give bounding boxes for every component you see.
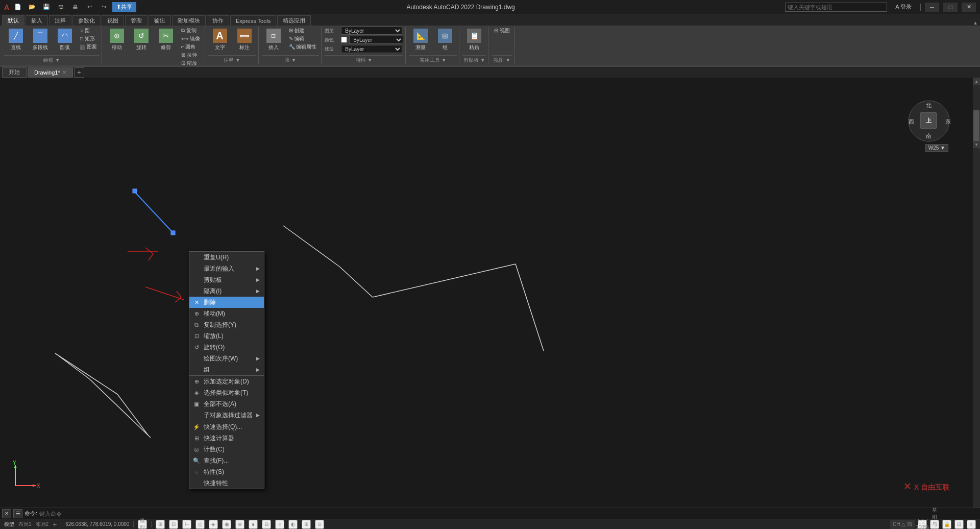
drawing-area[interactable]: 重复U(R) 最近的输入 ▶ 剪贴板 ▶ 隔离(I) ▶ ✕ 删除 ⊕ 移动(M… <box>0 78 980 508</box>
dimension-btn[interactable]: ⟺ 标注 <box>233 27 256 53</box>
new-btn[interactable]: 📄 <box>12 2 23 12</box>
fullscreen-btn[interactable]: ⊡ <box>954 520 964 529</box>
ctx-isolate[interactable]: 隔离(I) ▶ <box>189 285 264 297</box>
zoom-badge[interactable]: W25 ▼ <box>925 144 948 152</box>
scale-btn[interactable]: ⊡ 缩放 <box>179 59 203 65</box>
ctx-select-similar[interactable]: ◈ 选择类似对象(T) <box>189 387 264 398</box>
tab-collaborate[interactable]: 协作 <box>207 15 229 26</box>
lock-btn[interactable]: 🔒 <box>942 520 951 529</box>
saveas-btn[interactable]: 🖫 <box>55 2 66 12</box>
ctx-redo[interactable]: 重复U(R) <box>189 252 264 263</box>
ctx-quickcalc[interactable]: ⊞ 快速计算器 <box>189 432 264 444</box>
tab-featured[interactable]: 精选应用 <box>277 15 311 26</box>
layout2-tab[interactable]: 布局2 <box>36 521 49 528</box>
text-btn[interactable]: A 文字 <box>208 27 232 53</box>
ctx-clipboard[interactable]: 剪贴板 ▶ <box>189 274 264 285</box>
tab-express[interactable]: Express Tools <box>230 15 276 26</box>
maximize-btn[interactable]: □ <box>943 3 958 12</box>
ctx-rotate[interactable]: ↺ 旋转(O) <box>189 342 264 353</box>
selcycle-toggle[interactable]: ⊙ <box>315 520 324 529</box>
ctx-find[interactable]: 🔍 查找(F)... <box>189 455 264 466</box>
tab-view[interactable]: 视图 <box>102 15 124 26</box>
ctx-add-selected[interactable]: ⊕ 添加选定对象(D) <box>189 376 264 387</box>
edit-block-btn[interactable]: ✎ 编辑 <box>286 35 320 43</box>
ctx-draworder[interactable]: 绘图次序(W) ▶ <box>189 353 264 364</box>
measure-btn[interactable]: 📐 测量 <box>409 27 432 53</box>
lweight-toggle[interactable]: ≡ <box>275 520 284 529</box>
tab-default[interactable]: 默认 <box>2 15 24 26</box>
tab-close-icon[interactable]: ✕ <box>62 69 66 75</box>
print-btn[interactable]: 🖶 <box>69 2 81 12</box>
rotate-btn[interactable]: ↺ 旋转 <box>130 27 153 53</box>
mirror-btn[interactable]: ⟺ 镜像 <box>179 35 203 43</box>
hatch-btn[interactable]: ▦ 图案 <box>78 43 100 51</box>
osnap-toggle[interactable]: ◈ <box>209 520 218 529</box>
customize-btn[interactable]: ≡ <box>967 520 976 529</box>
blockeditor-btn[interactable]: 🔧 编辑属性 <box>286 43 320 51</box>
tab-drawing1[interactable]: Drawing1* ✕ <box>28 67 73 78</box>
ctx-scale[interactable]: ⊡ 缩放(L) <box>189 330 264 342</box>
tab-output[interactable]: 输出 <box>149 15 171 26</box>
scroll-down-btn[interactable]: ▼ <box>973 141 980 148</box>
ctx-quick-props[interactable]: 快捷特性 <box>189 477 264 489</box>
add-layout-btn[interactable]: + <box>53 520 57 528</box>
arc-btn[interactable]: ◠ 圆弧 <box>53 27 77 53</box>
ctx-count[interactable]: ◎ 计数(C) <box>189 444 264 455</box>
redo-btn[interactable]: ↪ <box>98 2 109 12</box>
command-input[interactable] <box>39 509 978 518</box>
quickprop-toggle[interactable]: ⊞ <box>302 520 311 529</box>
dynin-toggle[interactable]: ⊟ <box>262 520 271 529</box>
model-tab[interactable]: 模型 <box>4 521 14 528</box>
polyline-btn[interactable]: ⌒ 多段线 <box>29 27 52 53</box>
minimize-btn[interactable]: ─ <box>925 3 939 12</box>
save-btn[interactable]: 💾 <box>41 2 52 12</box>
tab-insert[interactable]: 插入 <box>26 15 48 26</box>
fillet-btn[interactable]: ⌐ 圆角 <box>179 43 203 51</box>
ribbon-collapse-btn[interactable]: ▲ <box>973 20 978 26</box>
share-btn[interactable]: ⬆ 共享 <box>112 2 136 12</box>
paste-btn[interactable]: 📋 粘贴 <box>462 27 486 53</box>
layer-select[interactable]: ByLayer <box>341 27 402 35</box>
view-panels-btn[interactable]: ⊟ 视图 <box>492 27 512 35</box>
linetype-select[interactable]: ByLayer <box>341 45 402 53</box>
annotation-scale-btn[interactable]: 1:1 / 100% <box>918 520 927 529</box>
ctx-move[interactable]: ⊕ 移动(M) <box>189 308 264 319</box>
ctx-properties[interactable]: ≡ 特性(S) <box>189 466 264 477</box>
close-btn[interactable]: ✕ <box>962 3 976 12</box>
tab-add-btn[interactable]: + <box>74 67 84 78</box>
tab-annotate[interactable]: 注释 <box>49 15 71 26</box>
model-btn[interactable]: 模型 <box>138 520 147 529</box>
3dosnap-toggle[interactable]: ◉ <box>222 520 231 529</box>
tab-manage[interactable]: 管理 <box>125 15 148 26</box>
ctx-recent-input[interactable]: 最近的输入 ▶ <box>189 263 264 274</box>
rect-btn[interactable]: □ 矩形 <box>78 35 100 43</box>
copy-btn[interactable]: ⧉ 复制 <box>179 27 203 35</box>
tab-addons[interactable]: 附加模块 <box>172 15 206 26</box>
snap-toggle[interactable]: ⊡ <box>169 520 178 529</box>
workspace-btn[interactable]: 草图与注释 <box>930 520 939 529</box>
ctx-delete[interactable]: ✕ 删除 <box>189 297 264 308</box>
layout1-tab[interactable]: 布局1 <box>18 521 32 528</box>
cmd-settings-btn[interactable]: ☰ <box>13 509 22 518</box>
undo-btn[interactable]: ↩ <box>84 2 95 12</box>
color-select[interactable]: ByLayer <box>349 36 403 44</box>
user-btn[interactable]: A 登录 <box>891 2 916 12</box>
group-btn[interactable]: ⊞ 组 <box>433 27 457 53</box>
create-block-btn[interactable]: ⊞ 创建 <box>286 27 320 35</box>
tab-start[interactable]: 开始 <box>2 67 27 78</box>
ctx-quickselect[interactable]: ⚡ 快速选择(Q)... <box>189 421 264 432</box>
scroll-up-btn[interactable]: ▲ <box>973 78 980 85</box>
nav-cube[interactable]: 上 北 南 东 西 <box>906 98 952 144</box>
polar-toggle[interactable]: ◎ <box>195 520 205 529</box>
grid-toggle[interactable]: ⊞ <box>156 520 165 529</box>
circle-btn[interactable]: ○ 圆 <box>78 27 100 35</box>
ctx-group[interactable]: 组 ▶ <box>189 364 264 375</box>
otrack-toggle[interactable]: ⊕ <box>235 520 244 529</box>
open-btn[interactable]: 📂 <box>27 2 38 12</box>
transparency-toggle[interactable]: ◐ <box>288 520 298 529</box>
move-btn[interactable]: ⊕ 移动 <box>105 27 129 53</box>
ctx-copy-select[interactable]: ⧉ 复制选择(Y) <box>189 319 264 330</box>
stretch-btn[interactable]: ⊠ 拉伸 <box>179 51 203 59</box>
trim-btn[interactable]: ✂ 修剪 <box>154 27 178 53</box>
cmd-close-btn[interactable]: ✕ <box>2 509 11 518</box>
